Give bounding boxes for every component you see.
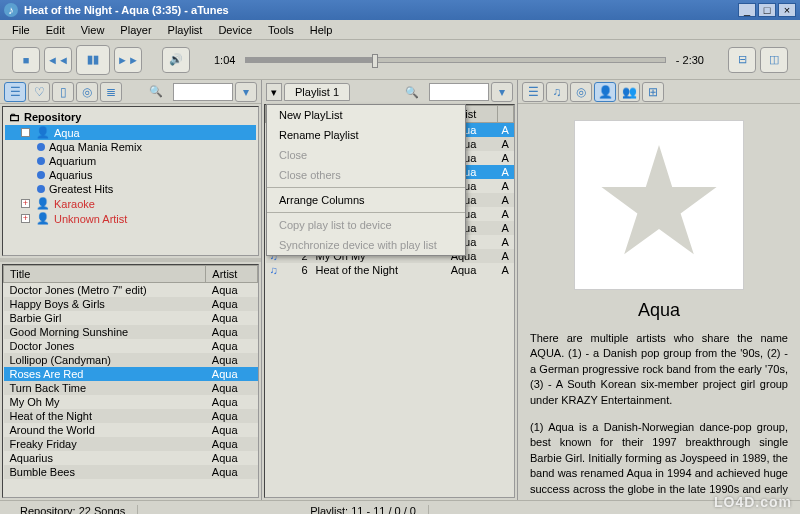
table-row[interactable]: Doctor JonesAqua xyxy=(4,339,258,353)
artist-icon: 👤 xyxy=(36,126,50,139)
next-button[interactable]: ►► xyxy=(114,47,142,73)
tree-node-unknown[interactable]: +👤Unknown Artist xyxy=(5,211,256,226)
artist-bio-p1: There are multiple artists who share the… xyxy=(530,331,788,408)
tree-header: 🗀Repository xyxy=(5,109,256,125)
table-row[interactable]: Turn Back TimeAqua xyxy=(4,381,258,395)
artist-name: Aqua xyxy=(530,300,788,321)
info-disc-icon[interactable]: ◎ xyxy=(570,82,592,102)
menu-edit[interactable]: Edit xyxy=(38,22,73,38)
nav-device-icon[interactable]: ▯ xyxy=(52,82,74,102)
stop-button[interactable]: ■ xyxy=(12,47,40,73)
col-a[interactable] xyxy=(498,106,514,123)
player-controls: ■ ◄◄ ▮▮ ►► 🔊 1:04 - 2:30 ⊟ ◫ xyxy=(0,40,800,80)
context-menu-item[interactable]: Rename Playlist xyxy=(267,125,465,145)
nav-favorites-icon[interactable]: ♡ xyxy=(28,82,50,102)
progress-bar[interactable] xyxy=(245,57,665,63)
info-list-icon[interactable]: ☰ xyxy=(522,82,544,102)
menu-help[interactable]: Help xyxy=(302,22,341,38)
filter-button[interactable]: ▾ xyxy=(235,82,257,102)
table-row[interactable]: Roses Are RedAqua xyxy=(4,367,258,381)
table-row[interactable]: Heat of the NightAqua xyxy=(4,409,258,423)
context-menu-item: Copy play list to device xyxy=(267,215,465,235)
tree-node-album[interactable]: Aquarium xyxy=(5,154,256,168)
col-artist[interactable]: Artist xyxy=(206,266,258,283)
layout-button-1[interactable]: ⊟ xyxy=(728,47,756,73)
tree-node-karaoke[interactable]: +👤Karaoke xyxy=(5,196,256,211)
maximize-button[interactable]: □ xyxy=(758,3,776,17)
menu-tools[interactable]: Tools xyxy=(260,22,302,38)
playlist-context-menu: New PlayListRename PlaylistCloseClose ot… xyxy=(266,104,466,256)
pause-button[interactable]: ▮▮ xyxy=(76,45,110,75)
playlist-dropdown[interactable]: ▾ xyxy=(266,83,282,101)
artist-bio-p2: (1) Aqua is a Danish-Norwegian dance-pop… xyxy=(530,420,788,500)
context-menu-item[interactable]: Arrange Columns xyxy=(267,190,465,210)
table-row[interactable]: Good Morning SunshineAqua xyxy=(4,325,258,339)
status-repository: Repository: 22 Songs xyxy=(8,505,138,515)
playlist-tab[interactable]: Playlist 1 xyxy=(284,83,350,101)
minimize-button[interactable]: _ xyxy=(738,3,756,17)
table-row[interactable]: Barbie GirlAqua xyxy=(4,311,258,325)
menu-player[interactable]: Player xyxy=(112,22,159,38)
menu-file[interactable]: File xyxy=(4,22,38,38)
playlist-filter-button[interactable]: ▾ xyxy=(491,82,513,102)
table-row[interactable]: Freaky FridayAqua xyxy=(4,437,258,451)
search-icon: 🔍 xyxy=(405,86,419,99)
songs-table[interactable]: Title Artist Doctor Jones (Metro 7" edit… xyxy=(2,264,259,498)
horizontal-splitter[interactable] xyxy=(0,258,261,262)
album-icon xyxy=(37,171,45,179)
album-icon xyxy=(37,157,45,165)
menu-view[interactable]: View xyxy=(73,22,113,38)
expand-icon[interactable]: + xyxy=(21,214,30,223)
nav-repository-icon[interactable]: ☰ xyxy=(4,82,26,102)
artist-image xyxy=(574,120,744,290)
right-panel: ☰ ♫ ◎ 👤 👥 ⊞ Aqua There are multiple arti… xyxy=(518,80,800,500)
prev-button[interactable]: ◄◄ xyxy=(44,47,72,73)
nav-radio-icon[interactable]: ◎ xyxy=(76,82,98,102)
playlist-row[interactable]: ♫6Heat of the NightAquaA xyxy=(266,263,514,277)
table-row[interactable]: Bumble BeesAqua xyxy=(4,465,258,479)
info-similar-icon[interactable]: 👥 xyxy=(618,82,640,102)
context-menu-item: Close xyxy=(267,145,465,165)
playlist-search-input[interactable] xyxy=(429,83,489,101)
table-row[interactable]: Around the WorldAqua xyxy=(4,423,258,437)
tree-node-album[interactable]: Greatest Hits xyxy=(5,182,256,196)
repository-tree[interactable]: 🗀Repository −👤Aqua Aqua Mania Remix Aqua… xyxy=(2,106,259,256)
table-row[interactable]: My Oh MyAqua xyxy=(4,395,258,409)
titlebar: ♪ Heat of the Night - Aqua (3:35) - aTun… xyxy=(0,0,800,20)
time-elapsed: 1:04 xyxy=(214,54,235,66)
layout-button-2[interactable]: ◫ xyxy=(760,47,788,73)
playlist-tabs: ▾ Playlist 1 🔍 ▾ xyxy=(262,80,517,104)
menubar: File Edit View Player Playlist Device To… xyxy=(0,20,800,40)
table-row[interactable]: AquariusAqua xyxy=(4,451,258,465)
center-panel: ▾ Playlist 1 🔍 ▾ New PlayListRename Play… xyxy=(262,80,518,500)
menu-device[interactable]: Device xyxy=(210,22,260,38)
search-icon: 🔍 xyxy=(149,85,163,98)
artist-icon: 👤 xyxy=(36,197,50,210)
info-artist-icon[interactable]: 👤 xyxy=(594,82,616,102)
info-audio-icon[interactable]: ♫ xyxy=(546,82,568,102)
table-row[interactable]: Doctor Jones (Metro 7" edit)Aqua xyxy=(4,283,258,298)
expand-icon[interactable]: + xyxy=(21,199,30,208)
app-icon: ♪ xyxy=(4,3,18,17)
window-title: Heat of the Night - Aqua (3:35) - aTunes xyxy=(24,4,736,16)
close-button[interactable]: × xyxy=(778,3,796,17)
collapse-icon[interactable]: − xyxy=(21,128,30,137)
table-row[interactable]: Lollipop (Candyman)Aqua xyxy=(4,353,258,367)
artist-info-panel: Aqua There are multiple artists who shar… xyxy=(518,104,800,500)
context-menu-item[interactable]: New PlayList xyxy=(267,105,465,125)
table-row[interactable]: Happy Boys & GirlsAqua xyxy=(4,297,258,311)
left-search-input[interactable] xyxy=(173,83,233,101)
tree-node-aqua[interactable]: −👤Aqua xyxy=(5,125,256,140)
status-playlist: Playlist: 11 - 11 / 0 / 0 xyxy=(298,505,429,515)
nav-podcast-icon[interactable]: ≣ xyxy=(100,82,122,102)
volume-button[interactable]: 🔊 xyxy=(162,47,190,73)
context-menu-item: Close others xyxy=(267,165,465,185)
album-icon xyxy=(37,143,45,151)
left-panel: ☰ ♡ ▯ ◎ ≣ 🔍 ▾ 🗀Repository −👤Aqua Aqua Ma… xyxy=(0,80,262,500)
col-title[interactable]: Title xyxy=(4,266,206,283)
menu-playlist[interactable]: Playlist xyxy=(160,22,211,38)
tree-node-album[interactable]: Aquarius xyxy=(5,168,256,182)
context-menu-item: Synchronize device with play list xyxy=(267,235,465,255)
tree-node-album[interactable]: Aqua Mania Remix xyxy=(5,140,256,154)
info-add-icon[interactable]: ⊞ xyxy=(642,82,664,102)
